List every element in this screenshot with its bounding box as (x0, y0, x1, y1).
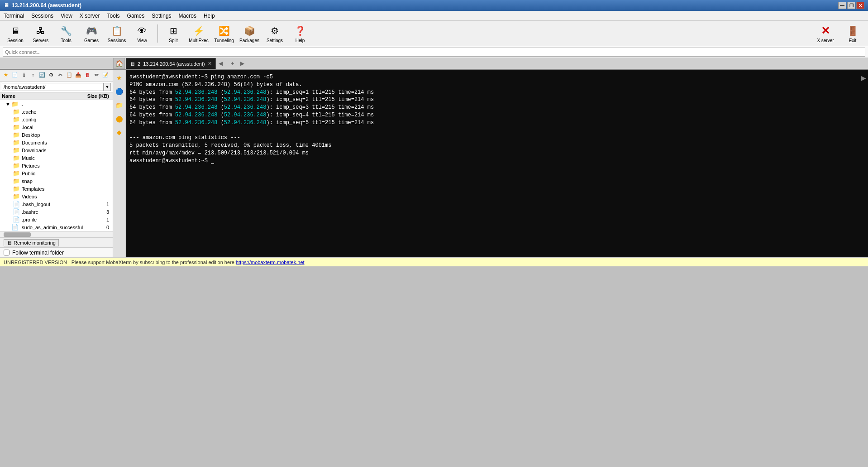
lp-btn-cut[interactable]: ✂ (56, 71, 64, 79)
file-icon: 📄 (13, 208, 20, 215)
lp-btn-refresh[interactable]: 🔄 (38, 71, 46, 79)
lp-btn-up[interactable]: ↑ (29, 71, 37, 79)
tree-item-music[interactable]: 📁 Music (0, 154, 113, 162)
packages-icon: 📦 (242, 24, 257, 38)
tree-item-profile[interactable]: 📄 .profile 1 (0, 216, 113, 223)
path-dropdown[interactable]: ▼ (104, 83, 111, 91)
tree-item-downloads[interactable]: 📁 Downloads (0, 146, 113, 154)
tools-icon: 🔧 (59, 24, 73, 38)
tree-item-sudo[interactable]: 📄 .sudo_as_admin_successful 0 (0, 223, 113, 231)
toolbar-tunneling[interactable]: 🔀 Tunneling (212, 23, 236, 44)
close-button[interactable]: ✕ (856, 2, 864, 9)
exit-icon: 🚪 (845, 24, 860, 38)
menu-tools[interactable]: Tools (104, 12, 124, 20)
file-tree: ▼ 📁 .. 📁 .cache 📁 .config (0, 100, 113, 231)
file-icon: 📄 (13, 201, 20, 207)
toolbar: 🖥 Session 🖧 Servers 🔧 Tools 🎮 Games 📋 Se… (0, 21, 868, 46)
restore-button[interactable]: ❐ (847, 2, 855, 9)
lp-btn-edit[interactable]: 📝 (101, 71, 110, 79)
tab-home-button[interactable]: 🏠 (113, 58, 125, 69)
menu-terminal[interactable]: Terminal (0, 12, 28, 20)
help-icon: ❓ (293, 24, 307, 38)
toolbar-servers[interactable]: 🖧 Servers (29, 23, 52, 44)
tree-item-name: Templates (22, 186, 79, 192)
lp-btn-info[interactable]: ℹ (20, 71, 28, 79)
menu-sessions[interactable]: Sessions (28, 12, 57, 20)
path-bar: ▼ (0, 82, 113, 92)
status-bar: UNREGISTERED VERSION - Please support Mo… (0, 257, 868, 266)
tree-item-root[interactable]: ▼ 📁 .. (0, 100, 113, 108)
tree-item-documents[interactable]: 📁 Documents (0, 139, 113, 146)
term-line-11: rtt min/avg/max/mdev = 213.509/213.513/2… (129, 149, 864, 157)
lp-btn-new[interactable]: 📄 (11, 71, 19, 79)
term-line-3: 64 bytes from 52.94.236.248 (52.94.236.2… (129, 89, 864, 96)
terminal[interactable]: awsstudent@awsstudent:~$ ping amazon.com… (126, 70, 868, 257)
lp-btn-rename[interactable]: ✏ (92, 71, 100, 79)
tree-item-name: .bash_logout (22, 202, 79, 207)
tree-item-templates[interactable]: 📁 Templates (0, 185, 113, 193)
lp-btn-copy[interactable]: 📋 (65, 71, 73, 79)
right-edge-icon[interactable]: ▶ (861, 74, 866, 82)
tab-new-button[interactable]: + (228, 58, 238, 68)
side-icon-3[interactable]: ⬤ (114, 113, 125, 124)
status-text: UNREGISTERED VERSION - Please support Mo… (4, 260, 236, 265)
tree-item-config[interactable]: 📁 .config (0, 116, 113, 123)
status-link[interactable]: https://mobaxterm.mobatek.net (236, 260, 305, 265)
side-star-button[interactable]: ★ (114, 72, 125, 83)
term-line-8 (129, 127, 864, 135)
toolbar-packages[interactable]: 📦 Packages (238, 23, 261, 44)
toolbar-session[interactable]: 🖥 Session (4, 23, 27, 44)
tree-item-pictures[interactable]: 📁 Pictures (0, 162, 113, 169)
menu-help[interactable]: Help (200, 12, 219, 20)
settings-label: Settings (267, 38, 283, 43)
lp-btn-delete[interactable]: 🗑 (83, 71, 91, 79)
tree-item-bashrc[interactable]: 📄 .bashrc 3 (0, 208, 113, 216)
tree-item-local[interactable]: 📁 .local (0, 123, 113, 131)
menu-macros[interactable]: Macros (175, 12, 200, 20)
tree-item-desktop[interactable]: 📁 Desktop (0, 131, 113, 139)
tree-expand-icon: ▼ (5, 101, 10, 107)
tree-item-name: Public (22, 171, 79, 176)
tree-item-public[interactable]: 📁 Public (0, 169, 113, 177)
menu-xserver[interactable]: X server (76, 12, 104, 20)
lp-btn-paste[interactable]: 📥 (74, 71, 82, 79)
horizontal-scrollbar[interactable] (0, 231, 113, 237)
follow-terminal-checkbox[interactable] (4, 250, 10, 255)
toolbar-xserver[interactable]: ✕ X server (812, 23, 839, 44)
tunneling-icon: 🔀 (217, 24, 231, 38)
quick-connect-input[interactable] (3, 48, 865, 57)
remote-monitoring-button[interactable]: 🖥 Remote monitoring (4, 239, 59, 246)
lp-btn-star[interactable]: ★ (2, 71, 10, 79)
toolbar-exit[interactable]: 🚪 Exit (841, 23, 864, 44)
side-icon-2[interactable]: 📁 (114, 100, 125, 111)
toolbar-settings[interactable]: ⚙ Settings (263, 23, 286, 44)
toolbar-sessions[interactable]: 📋 Sessions (105, 23, 129, 44)
toolbar-multiexec[interactable]: ⚡ MultiExec (187, 23, 210, 44)
help-label: Help (296, 38, 305, 43)
window-icon: 🖥 (4, 2, 9, 9)
tree-item-cache[interactable]: 📁 .cache (0, 108, 113, 116)
tab-nav-next[interactable]: ▶ (238, 58, 248, 68)
tree-item-snap[interactable]: 📁 snap (0, 177, 113, 185)
toolbar-view[interactable]: 👁 View (130, 23, 154, 44)
tree-item-videos[interactable]: 📁 Videos (0, 193, 113, 200)
side-icon-1[interactable]: 🔵 (114, 86, 125, 97)
servers-label: Servers (33, 38, 48, 43)
menu-games[interactable]: Games (124, 12, 148, 20)
tab-close-button[interactable]: ✕ (208, 61, 212, 67)
tab-session[interactable]: 🖥 2: 13.214.200.64 (awsstudent) ✕ (126, 58, 216, 69)
tab-nav-prev[interactable]: ◀ (216, 58, 226, 68)
minimize-button[interactable]: — (838, 2, 846, 9)
tree-item-bash-logout[interactable]: 📄 .bash_logout 1 (0, 200, 113, 208)
toolbar-games[interactable]: 🎮 Games (80, 23, 103, 44)
lp-btn-settings[interactable]: ⚙ (47, 71, 55, 79)
toolbar-split[interactable]: ⊞ Split (162, 23, 185, 44)
tree-item-name: snap (22, 178, 79, 184)
side-icon-4[interactable]: ◆ (114, 127, 125, 138)
toolbar-help[interactable]: ❓ Help (288, 23, 312, 44)
path-input[interactable] (2, 83, 104, 91)
menu-settings[interactable]: Settings (148, 12, 175, 20)
tree-item-name: Downloads (22, 148, 79, 153)
toolbar-tools[interactable]: 🔧 Tools (54, 23, 78, 44)
menu-view[interactable]: View (57, 12, 76, 20)
